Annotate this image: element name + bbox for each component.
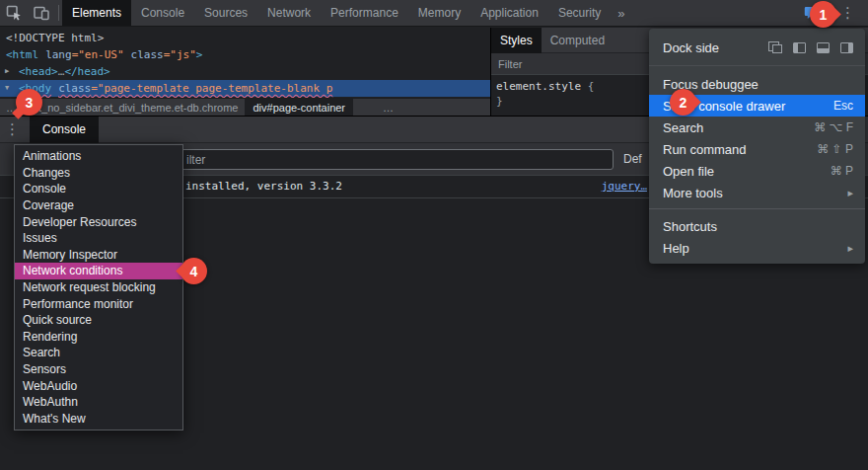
- dom-node-doctype[interactable]: <!DOCTYPE html>: [0, 30, 490, 46]
- tab-computed[interactable]: Computed: [542, 28, 614, 53]
- drawer-menu-item-sensors[interactable]: WebAudio: [15, 377, 182, 394]
- drawer-menu-item-whats-new[interactable]: What's New: [15, 411, 182, 428]
- drawer-menu-item-webaudio[interactable]: Sensors: [15, 361, 182, 378]
- drawer-menu-item-developer-resources[interactable]: Developer Resources: [15, 213, 182, 230]
- dock-icons-group: [768, 41, 853, 53]
- callout-step-3: 3: [16, 89, 42, 116]
- drawer-menu-item-animations[interactable]: Animations: [15, 148, 182, 165]
- dock-left-icon[interactable]: [793, 42, 806, 53]
- drawer-panel-menu: Animations Changes Console Coverage Deve…: [14, 144, 183, 431]
- console-levels-dropdown[interactable]: Def: [623, 152, 642, 166]
- menu-item-more-tools[interactable]: More tools ▸: [649, 182, 865, 203]
- elements-panel: <!DOCTYPE html> <htmllang="en-US"class="…: [0, 28, 490, 98]
- shortcut-search: ⌘ ⌥ F: [814, 120, 853, 134]
- menu-item-shortcuts[interactable]: Shortcuts: [649, 215, 865, 237]
- drawer-menu-item-performance-monitor[interactable]: Performance monitor: [15, 295, 182, 312]
- console-source-link[interactable]: jquery…: [602, 180, 647, 193]
- tab-application[interactable]: Application: [470, 0, 548, 26]
- tab-sources[interactable]: Sources: [194, 0, 257, 26]
- drawer-menu-item-memory-inspector[interactable]: Memory Inspector: [15, 247, 182, 264]
- breadcrumb: … ll.et_no_sidebar.et_divi_theme.et-db.c…: [0, 98, 490, 116]
- drawer-menu-item-changes[interactable]: Changes: [15, 165, 182, 182]
- dock-bottom-icon[interactable]: [817, 42, 830, 53]
- menu-item-dock-side: Dock side: [649, 37, 865, 58]
- shortcut-open-file: ⌘ P: [831, 164, 853, 178]
- drawer-menu-item-issues[interactable]: Issues: [15, 230, 182, 247]
- submenu-arrow-icon: ▸: [847, 242, 853, 255]
- undock-icon[interactable]: [768, 41, 782, 53]
- devtools-main-toolbar: Elements Console Sources Network Perform…: [0, 0, 868, 27]
- shortcut-esc: Esc: [833, 99, 853, 113]
- drawer-menu-item-console[interactable]: Console: [15, 181, 182, 197]
- tab-console[interactable]: Console: [131, 0, 194, 26]
- menu-separator: [649, 58, 865, 73]
- console-message-text: installed, version 3.3.2: [185, 180, 342, 193]
- console-filter-input[interactable]: ilter: [168, 149, 614, 170]
- drawer-menu-item-coverage[interactable]: Coverage: [15, 197, 182, 214]
- tab-security[interactable]: Security: [548, 0, 611, 26]
- callout-step-1: 1: [810, 1, 836, 28]
- menu-item-help[interactable]: Help ▸: [649, 237, 865, 259]
- tab-memory[interactable]: Memory: [408, 0, 470, 26]
- drawer-menu-kebab-icon[interactable]: ⋮: [0, 120, 25, 138]
- submenu-arrow-icon: ▸: [847, 187, 853, 199]
- drawer-menu-item-webauthn[interactable]: WebAuthn: [15, 394, 182, 411]
- tab-elements[interactable]: Elements: [62, 0, 131, 26]
- menu-separator: [649, 203, 865, 215]
- toolbar-divider: [58, 5, 59, 21]
- devtools-main-menu: Dock side Focus debuggee Show console dr…: [649, 29, 865, 264]
- tab-performance[interactable]: Performance: [321, 0, 408, 26]
- drawer-menu-item-rendering[interactable]: Rendering: [15, 329, 182, 346]
- dom-node-body-selected[interactable]: ▼<bodyclass="page-template page-template…: [0, 80, 490, 97]
- callout-step-4: 4: [181, 258, 207, 284]
- drawer-tab-console[interactable]: Console: [30, 117, 99, 143]
- callout-step-2: 2: [670, 89, 696, 116]
- menu-item-run-command[interactable]: Run command ⌘ ⇧ P: [649, 138, 865, 160]
- breadcrumb-selected-node[interactable]: div#page-container: [245, 99, 353, 116]
- expand-arrow-icon[interactable]: ▶: [5, 63, 9, 80]
- device-toolbar-icon[interactable]: [28, 0, 55, 26]
- breadcrumb-overflow-right[interactable]: …: [377, 102, 399, 114]
- menu-item-open-file[interactable]: Open file ⌘ P: [649, 160, 865, 182]
- drawer-menu-item-search[interactable]: Search: [15, 345, 182, 361]
- tab-network[interactable]: Network: [257, 0, 321, 26]
- drawer-menu-item-network-request-blocking[interactable]: Network request blocking: [15, 279, 182, 296]
- drawer-menu-item-quick-source[interactable]: Quick source: [15, 312, 182, 329]
- collapse-arrow-icon[interactable]: ▼: [5, 80, 9, 97]
- menu-item-search[interactable]: Search ⌘ ⌥ F: [649, 117, 865, 138]
- shortcut-run-command: ⌘ ⇧ P: [817, 142, 853, 156]
- more-panels-chevron-icon[interactable]: »: [611, 6, 631, 21]
- breadcrumb-parent-node[interactable]: ll.et_no_sidebar.et_divi_theme.et-db.chr…: [23, 102, 240, 114]
- drawer-menu-item-network-conditions[interactable]: Network conditions: [15, 263, 182, 279]
- inspect-icon[interactable]: [0, 0, 28, 26]
- tab-styles[interactable]: Styles: [491, 28, 542, 53]
- dock-right-icon[interactable]: [840, 42, 853, 53]
- dom-node-html[interactable]: <htmllang="en-US"class="js">: [0, 46, 490, 63]
- devtools-window: Elements Console Sources Network Perform…: [0, 0, 868, 470]
- dom-node-head[interactable]: ▶<head>…</head>: [0, 63, 490, 80]
